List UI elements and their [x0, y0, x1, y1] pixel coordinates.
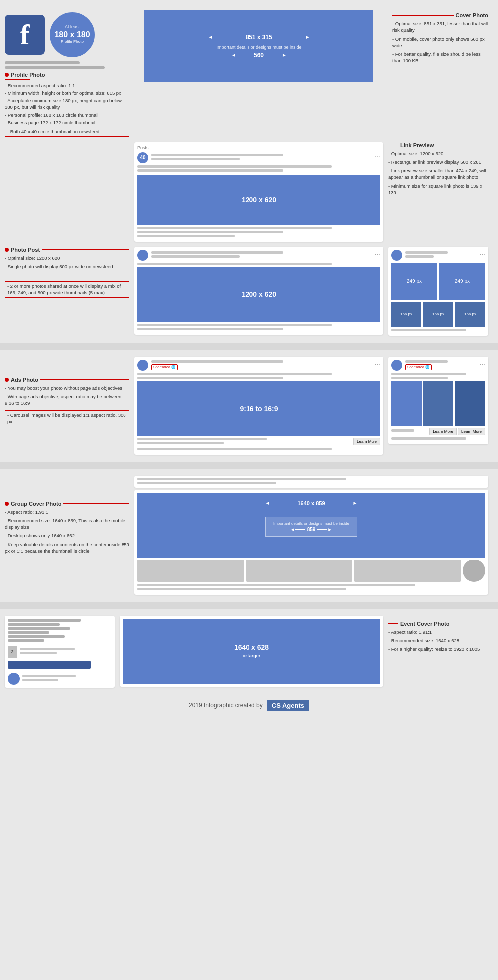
- multi-post-name1: [405, 251, 448, 254]
- ad2-name1: [405, 360, 448, 363]
- ad2-footer-lines: [391, 429, 429, 433]
- event-cover-dimension: 1640 x 628 or larger: [234, 643, 269, 659]
- ad1-footer-line1: [137, 438, 267, 440]
- ad1-sponsored-row: Sponsored 🌐: [151, 364, 372, 370]
- ad-card-2: Sponsored 🌐 ···: [388, 357, 488, 444]
- group-cover-info-3: - Desktop shows only 1640 x 662: [5, 532, 129, 539]
- group-below-line1: [137, 584, 415, 586]
- single-photo-dimension: 1200 x 620: [242, 290, 276, 298]
- event-date-line1: [20, 648, 75, 650]
- left-col1: f At least 180 x 180 Profile Photo Profi…: [5, 10, 129, 138]
- ad2-avatar: [391, 360, 402, 371]
- group-cover-image: ◄ 1640 x 859 ► Important details or desi…: [137, 493, 485, 558]
- section-sep-2: [0, 462, 498, 469]
- learn-more-button-3[interactable]: Learn More: [458, 428, 485, 435]
- event-cover-image: 1640 x 628 or larger: [123, 619, 380, 684]
- group-inner-dimension: 859: [305, 527, 318, 532]
- multi-photo-166-1: 166 px: [391, 302, 421, 327]
- ad2-carousel-row: [391, 381, 485, 426]
- post-text-line1: [137, 165, 332, 168]
- group-thumb-2: [246, 560, 353, 582]
- post-name-line1: [151, 154, 283, 156]
- event-avatar-lines: [22, 675, 112, 683]
- single-post-name2: [151, 255, 240, 258]
- arrow-left-icon: ◄: [208, 34, 213, 40]
- cover-dimension-arrow: ◄ 851 x 315 ►: [208, 34, 310, 41]
- ad2-sponsored-row: Sponsored 🌐: [405, 364, 476, 370]
- multi-post-below1: [391, 329, 466, 331]
- gray-line-1: [5, 61, 80, 64]
- ad1-footer-lines: [137, 438, 353, 446]
- ad2-footer-line1: [391, 429, 414, 432]
- left-col-photo: Photo Post - Optimal size: 1200 x 620 - …: [5, 247, 129, 336]
- posts-label: Posts: [137, 145, 380, 150]
- multi-photo-249-2: 249 px: [439, 263, 485, 300]
- ad2-text2: [391, 377, 448, 379]
- post-dots-icon: ···: [374, 152, 380, 160]
- single-post-below2: [137, 328, 283, 330]
- cover-info-3: - For better quality, file size should b…: [392, 51, 488, 64]
- post-header: 40 ···: [137, 152, 380, 163]
- multi-photo-info: - 2 or more photos shared at once will d…: [7, 283, 127, 296]
- group-arrow-left: ◄: [265, 500, 270, 506]
- link-preview-info-3: - Link preview size smaller than 474 x 2…: [388, 167, 488, 181]
- multi-post-name2: [405, 255, 434, 258]
- group-inner-line-left: [295, 529, 305, 530]
- ad2-carousel-img-2: [423, 381, 454, 426]
- post-below-line1: [137, 227, 332, 229]
- section5-group-cover: Group Cover Photo - Aspect ratio: 1.91:1…: [0, 471, 498, 600]
- center-col-ads: Sponsored 🌐 ··· 9:16 to 16:9: [134, 357, 383, 455]
- event-sidebar-line6: [8, 639, 44, 642]
- group-below-line2: [137, 588, 346, 590]
- fb-logo-icon: f: [5, 15, 45, 55]
- ad2-carousel-img-1: [391, 381, 422, 426]
- ad1-footer-line2: [137, 442, 224, 444]
- group-cover-line: [63, 503, 129, 504]
- sponsored-badge-1: Sponsored 🌐: [151, 364, 178, 370]
- learn-more-button-1[interactable]: Learn More: [353, 438, 380, 445]
- single-photo-post-card: ··· 1200 x 620: [134, 247, 383, 335]
- post-name-lines: [151, 154, 372, 162]
- inner-line-left: [236, 55, 251, 55]
- single-photo-image: 1200 x 620: [137, 267, 380, 322]
- profile-info-5: - Business page 172 x 172 circle thumbna…: [5, 119, 129, 126]
- cover-inner-dimension: 560: [251, 52, 267, 59]
- sponsored-label-2: Sponsored: [407, 365, 424, 369]
- center-col-event: 1640 x 628 or larger: [120, 616, 383, 688]
- single-post-name-lines: [151, 251, 372, 259]
- left-col2-posts: [5, 142, 129, 242]
- link-preview-info-1: - Optimal size: 1200 x 620: [388, 150, 488, 157]
- event-avatar: [8, 673, 20, 685]
- section-sep-3: [0, 602, 498, 609]
- multi-photo-label-166-1: 166 px: [400, 312, 412, 316]
- group-thumb-3: [354, 560, 461, 582]
- cover-inner-arrow: ◄ 560 ►: [231, 52, 287, 59]
- ad1-image: 9:16 to 16:9: [137, 381, 380, 436]
- multi-post-header: ···: [391, 250, 485, 261]
- multi-photo-label-166-3: 166 px: [464, 312, 476, 316]
- multi-post-name-lines: [405, 251, 476, 259]
- ad1-text2: [137, 377, 283, 379]
- cs-agents-brand: CS Agents: [272, 702, 304, 709]
- cover-photo-image: ◄ 851 x 315 ► Important details or desig…: [144, 10, 374, 82]
- event-avatar-line2: [22, 679, 58, 681]
- post-below-line3: [137, 235, 235, 237]
- post-card-link-preview: Posts 40 ··· 1200 x 620: [134, 142, 383, 242]
- event-dimension-label: 1640 x 628: [234, 643, 269, 651]
- arrow-right-icon: ►: [305, 34, 310, 40]
- event-sidebar-line2: [8, 623, 60, 626]
- photo-post-line: [42, 249, 129, 250]
- link-preview-label: Link Preview: [400, 142, 434, 148]
- multi-photo-249-1: 249 px: [391, 263, 437, 300]
- single-post-text1: [137, 263, 332, 265]
- learn-more-button-2[interactable]: Learn More: [429, 428, 457, 435]
- photo-post-label: Photo Post: [11, 247, 40, 253]
- ads-info-1: - You may boost your photo without page …: [5, 385, 129, 391]
- link-preview-info-2: - Rectangular link preview display 500 x…: [388, 159, 488, 165]
- section3-photo-post: Photo Post - Optimal size: 1200 x 620 - …: [0, 247, 498, 341]
- event-avatar-row: [8, 673, 112, 685]
- ads-bracketed-info: - Carousel images will be displayed 1:1 …: [5, 410, 129, 426]
- cover-line-connector: [392, 15, 454, 16]
- inner-arrow-right-icon: ►: [282, 52, 287, 58]
- profile-circle-atleast: At least: [65, 24, 80, 30]
